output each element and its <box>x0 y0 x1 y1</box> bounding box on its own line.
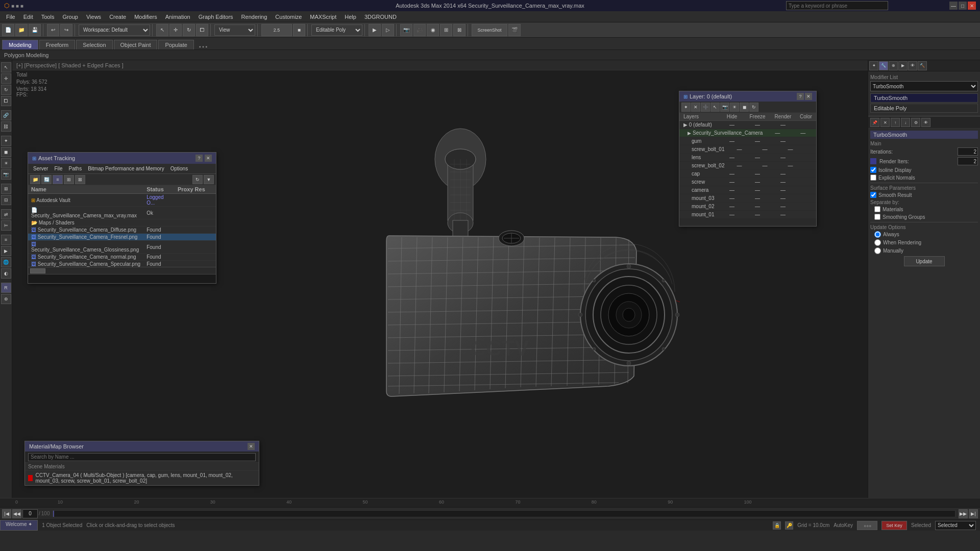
lp-tb-del[interactable]: ✕ <box>691 103 700 112</box>
at-menu-server[interactable]: Server <box>30 165 51 172</box>
lp-row-cap[interactable]: cap — — — <box>679 170 816 178</box>
sb-render[interactable]: ▶ <box>1 246 11 256</box>
mp-when-rendering-radio[interactable] <box>874 239 881 246</box>
sb-mat[interactable]: ◐ <box>1 268 11 279</box>
tl-next-key[interactable]: ▶▶ <box>959 509 968 518</box>
lp-scrollbar[interactable] <box>679 219 816 226</box>
mb-material-item[interactable]: CCTV_Camera_04 ( Multi/Sub-Object ) [cam… <box>25 471 259 485</box>
menu-create[interactable]: Create <box>105 13 130 21</box>
sb-env[interactable]: 🌐 <box>1 257 11 267</box>
menu-maxscript[interactable]: MAXScript <box>306 13 340 21</box>
mp-modifier-turbosmooth[interactable]: TurboSmooth <box>870 93 978 103</box>
tb-cam2[interactable]: 🎥 <box>413 24 426 36</box>
lp-row-screw-bolt-02[interactable]: screw_bolt_02 — — — <box>679 162 816 170</box>
at-col-name[interactable]: Name <box>28 185 143 194</box>
menu-file[interactable]: File <box>2 13 19 21</box>
table-row[interactable]: ⊞ Autodesk Vault Logged O... <box>28 194 216 207</box>
tb-cam5[interactable]: ⊠ <box>453 24 465 36</box>
sb-cam[interactable]: 📷 <box>1 169 11 180</box>
mp-always-radio[interactable] <box>874 231 881 238</box>
mp-tab-display[interactable]: 👁 <box>908 61 917 70</box>
mp-render-iters-input[interactable] <box>958 157 978 165</box>
sb-layer[interactable]: ≡ <box>1 235 11 245</box>
tb-workspace-dropdown[interactable]: Workspace: Default <box>79 24 150 36</box>
table-row[interactable]: 🖼 Security_Surveillance_Camera_Specular.… <box>28 261 216 267</box>
tb-save[interactable]: 💾 <box>29 24 41 36</box>
tb-open[interactable]: 📁 <box>15 24 28 36</box>
at-tb-btn2[interactable]: 🔄 <box>41 175 52 184</box>
table-row[interactable]: 🖼 Security_Surveillance_Camera_normal.pn… <box>28 254 216 261</box>
at-menu-bitmap[interactable]: Bitmap Performance and Memory <box>85 165 167 172</box>
sb-scale[interactable]: ⧠ <box>1 96 11 106</box>
mp-up-btn[interactable]: ↑ <box>891 118 900 127</box>
tb-scale[interactable]: ⧠ <box>196 24 208 36</box>
mp-tab-motion[interactable]: ▶ <box>898 61 908 70</box>
at-tb-refresh[interactable]: ↻ <box>192 175 203 184</box>
at-col-proxy[interactable]: Proxy Res <box>175 185 216 194</box>
sb-light[interactable]: ☀ <box>1 158 11 168</box>
lp-tb-light[interactable]: ☀ <box>730 103 739 112</box>
tb-render[interactable]: 2.5 <box>261 24 292 36</box>
lp-close-button[interactable]: ✕ <box>805 93 812 100</box>
welcome-tab[interactable]: Welcome ✦ <box>0 520 38 531</box>
close-button[interactable]: ✕ <box>968 2 976 10</box>
menu-modifiers[interactable]: Modifiers <box>130 13 161 21</box>
mp-delete-btn[interactable]: ✕ <box>880 118 890 127</box>
mp-down-btn[interactable]: ↓ <box>901 118 910 127</box>
lp-row-mount02[interactable]: mount_02 — — — <box>679 203 816 211</box>
tb-redo[interactable]: ↪ <box>60 24 72 36</box>
mp-iterations-input[interactable] <box>958 147 978 156</box>
at-menu-options[interactable]: Options <box>167 165 191 172</box>
tb-snap-dropdown[interactable]: Editable Poly <box>311 24 362 36</box>
search-input[interactable] <box>786 1 888 10</box>
mp-manually-radio[interactable] <box>874 247 881 254</box>
tab-populate[interactable]: Populate <box>158 40 193 49</box>
lp-row-camera[interactable]: ▶ Security_Surveillance_Camera — — <box>679 129 816 137</box>
mb-search-input[interactable] <box>28 453 256 461</box>
tb-rotate[interactable]: ↻ <box>183 24 195 36</box>
tab-modeling[interactable]: Modeling <box>2 40 38 49</box>
at-tb-btn4[interactable]: ⊞ <box>64 175 74 184</box>
sb-geom[interactable]: ◼ <box>1 147 11 157</box>
menu-rendering[interactable]: Rendering <box>237 13 272 21</box>
mp-modifier-list-dropdown[interactable]: TurboSmooth <box>870 81 978 91</box>
tl-prev-frame[interactable]: |◀ <box>2 509 11 518</box>
tab-freeform[interactable]: Freeform <box>39 40 76 49</box>
table-row[interactable]: 🖼 Security_Surveillance_Camera_Diffuse.p… <box>28 227 216 234</box>
menu-tools[interactable]: Tools <box>37 13 59 21</box>
table-row[interactable]: 📄 Security_Surveillance_Camera_max_vray.… <box>28 207 216 219</box>
tb-play2[interactable]: ▷ <box>382 24 394 36</box>
maximize-button[interactable]: □ <box>959 2 967 10</box>
sb-unlink[interactable]: ⛓ <box>1 121 11 132</box>
tab-object-paint[interactable]: Object Paint <box>114 40 158 49</box>
at-help-button[interactable]: ? <box>195 155 203 162</box>
tb-play[interactable]: ▶ <box>369 24 381 36</box>
lp-row-lens[interactable]: lens — — — <box>679 154 816 162</box>
sb-status-anim[interactable]: 🔑 <box>785 521 793 530</box>
lp-row-screw[interactable]: screw — — — <box>679 178 816 186</box>
menu-graph-editors[interactable]: Graph Editors <box>194 13 237 21</box>
viewport[interactable]: [+] [Perspective] [ Shaded + Edged Faces… <box>12 60 980 498</box>
timeline-track[interactable] <box>53 510 955 517</box>
sb-key-filters[interactable]: ⬦⬦⬦ <box>857 521 877 530</box>
lp-tb-geom[interactable]: ◼ <box>740 103 749 112</box>
mp-tab-utilities[interactable]: 🔨 <box>918 61 927 70</box>
lp-tb-cam[interactable]: 📷 <box>720 103 729 112</box>
sb-snap3d[interactable]: ⊞ <box>1 184 11 194</box>
mp-update-button[interactable]: Update <box>904 256 945 266</box>
at-tb-btn5[interactable]: ⊠ <box>75 175 85 184</box>
lp-tb-select[interactable]: ↖ <box>710 103 720 112</box>
mp-config-btn[interactable]: ⚙ <box>911 118 920 127</box>
sb-ribbon[interactable]: R <box>1 283 11 293</box>
sb-mirror[interactable]: ⇌ <box>1 209 11 219</box>
mp-smooth-result-checkbox[interactable] <box>870 192 876 198</box>
lp-help-button[interactable]: ? <box>797 93 804 100</box>
lp-row-gum[interactable]: gum — — — <box>679 137 816 145</box>
lp-tb-refresh[interactable]: ↻ <box>749 103 758 112</box>
minimize-button[interactable]: — <box>949 2 958 10</box>
lp-tb-new[interactable]: ✦ <box>681 103 691 112</box>
tb-select[interactable]: ↖ <box>156 24 168 36</box>
lp-row-mount01[interactable]: mount_01 — — — <box>679 211 816 219</box>
mp-tab-hierarchy[interactable]: ⊕ <box>889 61 898 70</box>
sb-sel[interactable]: ↖ <box>1 62 11 72</box>
